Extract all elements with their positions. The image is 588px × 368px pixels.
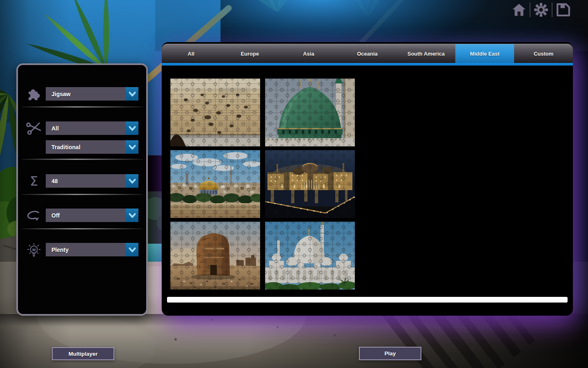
active-tab-underline [162,63,573,66]
settings-divider [21,194,143,195]
puzzle-thumbnail-desert-rock-tomb[interactable] [170,222,260,289]
tab-europe[interactable]: Europe [220,44,279,63]
rotation-icon [24,207,43,224]
home-icon[interactable] [510,2,528,18]
header-separator [552,2,552,17]
chevron-down-icon[interactable] [126,209,138,222]
puzzle-thumbnail-grid [170,79,564,289]
puzzle-browser-panel: All Europe Asia Oceania South America Mi… [162,42,573,316]
setting-row-game-type: Jigsaw [18,87,146,101]
piece-count-dropdown[interactable]: 48 [46,174,138,188]
category-tab-bar: All Europe Asia Oceania South America Mi… [162,44,573,63]
setting-row-rotation: Off [18,209,146,222]
chevron-down-icon[interactable] [126,174,138,188]
puzzle-thumbnail-dome-of-the-rock[interactable] [170,150,260,218]
hints-value: Plenty [46,247,126,253]
cut-variant-value: Traditional [46,144,126,150]
game-settings-panel: Jigsaw All Traditional [16,63,148,316]
cut-style-dropdown[interactable]: All [46,121,138,135]
tab-asia[interactable]: Asia [279,44,338,63]
settings-gear-icon[interactable] [532,2,550,18]
sigma-piece-count-icon: Σ [24,173,43,190]
hint-bulb-icon: w [24,241,43,258]
game-type-dropdown[interactable]: Jigsaw [46,87,138,101]
chevron-down-icon[interactable] [126,140,138,154]
tab-all[interactable]: All [162,44,220,63]
chevron-down-icon[interactable] [126,243,138,256]
cut-variant-dropdown[interactable]: Traditional [46,140,138,154]
scissors-icon [24,120,43,137]
chevron-down-icon[interactable] [126,121,138,135]
hints-dropdown[interactable]: Plenty [46,243,138,256]
puzzle-piece-icon [24,85,43,103]
puzzle-thumbnail-green-dome-mosque[interactable] [265,79,355,146]
play-button[interactable]: Play [359,347,421,360]
tab-middle-east[interactable]: Middle East [455,44,514,63]
gallery-horizontal-scrollbar[interactable] [167,297,568,303]
header-icon-bar [510,1,572,19]
setting-row-piece-count: Σ 48 [18,174,146,188]
setting-row-cut-variant: Traditional [18,140,146,154]
header-separator [530,2,530,17]
rotation-dropdown[interactable]: Off [46,209,138,222]
puzzle-thumbnail-western-wall[interactable] [170,79,260,146]
tab-oceania[interactable]: Oceania [338,44,397,63]
setting-row-hints: w Plenty [18,243,146,256]
setting-row-cut-style: All [18,121,146,135]
multiplayer-button[interactable]: Multiplayer [52,347,114,360]
puzzle-thumbnail-white-grand-mosque[interactable] [265,222,355,289]
settings-divider [21,159,143,160]
tab-custom[interactable]: Custom [514,44,573,63]
chevron-down-icon[interactable] [126,87,138,101]
piece-count-value: 48 [46,178,126,184]
cut-style-value: All [46,125,126,132]
svg-text:w: w [32,247,36,252]
tab-south-america[interactable]: South America [396,44,455,63]
settings-divider [21,106,143,108]
game-type-value: Jigsaw [46,91,126,97]
settings-divider [21,228,143,229]
puzzle-thumbnail-night-mosque-reflection[interactable] [265,150,355,218]
svg-text:Σ: Σ [30,173,38,189]
save-icon[interactable] [555,2,572,18]
rotation-value: Off [46,212,126,219]
